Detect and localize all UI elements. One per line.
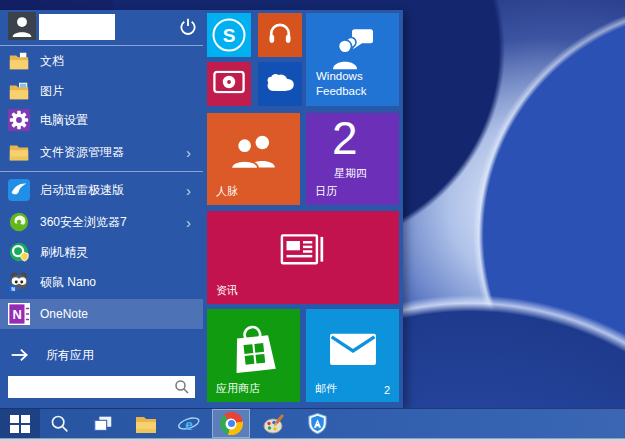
- taskbar-security-shield-button[interactable]: [302, 409, 332, 438]
- tile-people[interactable]: 人脉: [207, 113, 300, 205]
- menu-item-label: OneNote: [40, 307, 88, 321]
- menu-item-label: 文档: [40, 53, 64, 70]
- camera-icon: [213, 71, 245, 98]
- documents-folder-icon: [8, 50, 30, 72]
- chevron-right-icon: ›: [186, 183, 191, 198]
- skype-icon: S: [213, 19, 246, 52]
- desktop: 文档 图片 电脑设置 文件资源管理器 ›: [0, 0, 625, 441]
- calendar-day: 2: [332, 113, 358, 164]
- task-view-icon: [92, 413, 114, 435]
- taskbar-internet-explorer-button[interactable]: e: [174, 409, 204, 438]
- pictures-folder-icon: [8, 80, 30, 102]
- menu-item-documents[interactable]: 文档: [0, 46, 203, 76]
- menu-item-label: 刷机精灵: [40, 244, 88, 261]
- menu-item-file-explorer[interactable]: 文件资源管理器 ›: [0, 137, 203, 167]
- menu-item-label: 图片: [40, 83, 64, 100]
- onedrive-clouds-icon: [264, 71, 296, 97]
- menu-item-label: 360安全浏览器7: [40, 214, 127, 231]
- search-input[interactable]: [8, 380, 173, 394]
- menu-item-360-browser[interactable]: 360安全浏览器7 ›: [0, 207, 203, 237]
- menu-divider: [0, 171, 203, 172]
- headphones-icon: [266, 19, 294, 51]
- newspaper-icon: [280, 233, 326, 272]
- tile-label: 应用商店: [216, 381, 260, 396]
- menu-item-onenote[interactable]: N OneNote: [0, 299, 203, 329]
- all-apps-label: 所有应用: [46, 347, 94, 364]
- tile-windows-feedback[interactable]: Windows Feedback: [306, 13, 399, 106]
- thunder-bird-icon: [8, 179, 30, 201]
- svg-text:e: e: [185, 415, 193, 434]
- menu-item-label: 电脑设置: [40, 112, 88, 129]
- tile-mail[interactable]: 邮件 2: [306, 309, 399, 402]
- internet-explorer-icon: e: [177, 412, 201, 436]
- 360-browser-icon: [8, 211, 30, 233]
- menu-item-pc-settings[interactable]: 电脑设置: [0, 105, 203, 135]
- tile-label: 日历: [315, 184, 337, 199]
- search-box: [8, 376, 195, 398]
- security-shield-icon: [306, 412, 329, 435]
- tile-store[interactable]: 应用商店: [207, 309, 300, 402]
- people-icon: [229, 133, 279, 175]
- calendar-weekday: 星期四: [334, 166, 367, 181]
- mail-unread-badge: 2: [384, 384, 390, 396]
- mail-envelope-icon: [329, 332, 377, 370]
- svg-text:N: N: [13, 307, 22, 322]
- tile-news[interactable]: 资讯: [207, 211, 399, 304]
- settings-gear-icon: [8, 109, 30, 131]
- all-apps-button[interactable]: 所有应用: [0, 340, 203, 370]
- right-arrow-icon: [10, 347, 30, 363]
- file-explorer-icon: [134, 412, 158, 436]
- user-avatar[interactable]: [8, 12, 36, 40]
- tile-calendar[interactable]: 2 星期四 日历: [306, 113, 399, 205]
- power-icon: [177, 16, 199, 38]
- shuoshu-mouse-icon: N: [8, 271, 30, 293]
- store-bag-icon: [229, 321, 279, 379]
- menu-item-shuaji-jingling[interactable]: 刷机精灵: [0, 237, 203, 267]
- tile-label: Windows Feedback: [316, 69, 391, 98]
- menu-item-label: 文件资源管理器: [40, 144, 124, 161]
- onenote-icon: N: [8, 303, 30, 325]
- search-icon: [49, 413, 71, 435]
- user-avatar-icon: [8, 12, 36, 40]
- menu-item-label: 启动迅雷极速版: [40, 182, 124, 199]
- menu-item-pictures[interactable]: 图片: [0, 76, 203, 106]
- taskbar-file-explorer-button[interactable]: [131, 409, 161, 438]
- chrome-icon: [220, 412, 243, 435]
- task-view-button[interactable]: [88, 409, 118, 438]
- tile-camera[interactable]: [207, 62, 251, 106]
- file-explorer-icon: [8, 141, 30, 163]
- menu-item-shuoshu-nano[interactable]: N 硕鼠 Nano: [0, 267, 203, 297]
- taskbar-search-button[interactable]: [45, 409, 75, 438]
- menu-item-label: 硕鼠 Nano: [40, 274, 96, 291]
- tile-label: 人脉: [216, 184, 238, 199]
- taskbar-paint-button[interactable]: [259, 409, 289, 438]
- search-icon[interactable]: [173, 378, 191, 396]
- tile-onedrive[interactable]: [258, 62, 302, 106]
- chevron-right-icon: ›: [186, 145, 191, 160]
- windows-logo-icon: [10, 415, 30, 433]
- taskbar: e: [0, 408, 625, 438]
- paint-palette-icon: [262, 412, 286, 436]
- tile-music[interactable]: [258, 13, 302, 57]
- svg-text:N: N: [11, 286, 15, 292]
- menu-item-thunder[interactable]: 启动迅雷极速版 ›: [0, 175, 203, 205]
- user-name-box[interactable]: [39, 14, 115, 40]
- tile-skype[interactable]: S: [207, 13, 251, 57]
- feedback-person-bubble-icon: [329, 27, 377, 75]
- shuaji-jingling-icon: [8, 241, 30, 263]
- chevron-right-icon: ›: [186, 215, 191, 230]
- taskbar-chrome-button[interactable]: [216, 409, 246, 438]
- power-button[interactable]: [177, 16, 199, 38]
- tile-label: 邮件: [315, 381, 337, 396]
- start-button[interactable]: [0, 409, 40, 438]
- tile-label: 资讯: [216, 283, 238, 298]
